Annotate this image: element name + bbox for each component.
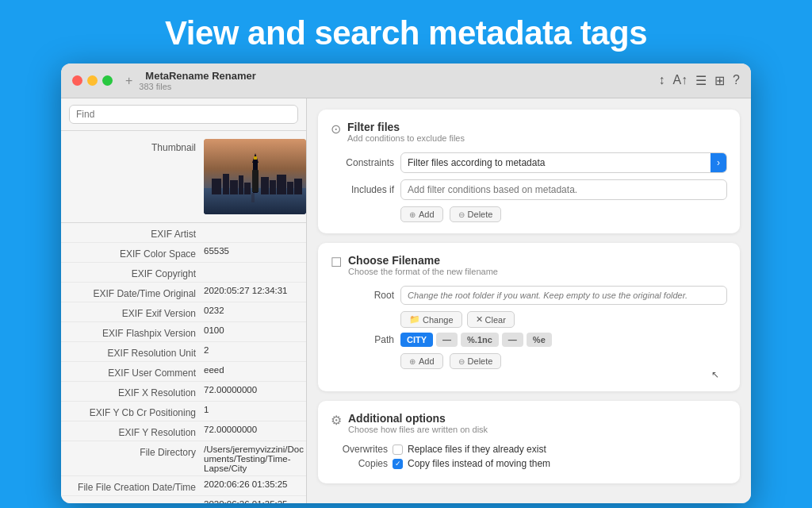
search-bar <box>61 98 306 131</box>
root-input[interactable] <box>400 286 727 305</box>
path-tag-dash2[interactable]: — <box>502 333 523 347</box>
constraints-value: Filter files according to metadata <box>401 153 710 172</box>
copies-checkbox[interactable]: ✓ <box>393 459 403 469</box>
sort-icon[interactable]: ↕ <box>658 73 665 88</box>
meta-label-yres: EXIF Y Resolution <box>61 424 204 438</box>
meta-table: EXIF Artist EXIF Color Space 65535 EXIF … <box>61 223 306 503</box>
path-add-button[interactable]: ⊕ Add <box>400 353 443 369</box>
close-button[interactable] <box>72 75 82 86</box>
additional-options-card: ⚙ Additional options Choose how files ar… <box>318 401 740 483</box>
path-tag-e[interactable]: %e <box>527 333 552 347</box>
meta-row-resunit: EXIF Resolution Unit 2 <box>61 342 306 362</box>
overwrites-checkbox[interactable] <box>393 444 403 455</box>
main-area: Thumbnail <box>61 98 751 503</box>
thumbnail-label: Thumbnail <box>61 139 204 153</box>
meta-label-exifver: EXIF Exif Version <box>61 305 204 319</box>
meta-value-copyright <box>204 265 306 266</box>
meta-value-resunit: 2 <box>204 344 306 355</box>
path-tag-city[interactable]: CITY <box>400 333 433 347</box>
grid-icon[interactable]: ⊞ <box>714 73 725 88</box>
maximize-button[interactable] <box>102 75 113 86</box>
meta-value-flashpix: 0100 <box>204 325 306 335</box>
additional-card-header: ⚙ Additional options Choose how files ar… <box>331 412 727 434</box>
meta-row-yres: EXIF Y Resolution 72.00000000 <box>61 421 306 441</box>
svg-rect-2 <box>212 179 221 194</box>
meta-label-filedir: File Directory <box>61 444 204 458</box>
meta-row-xres: EXIF X Resolution 72.00000000 <box>61 382 306 402</box>
filename-card-title: Choose Filename <box>348 254 498 267</box>
path-tag-dash1[interactable]: — <box>436 333 458 347</box>
path-delete-icon: ⊖ <box>458 357 465 366</box>
includes-input[interactable] <box>400 179 727 200</box>
overwrites-row: Overwrites Replace files if they already… <box>331 444 727 455</box>
path-delete-button[interactable]: ⊖ Delete <box>450 353 502 369</box>
filter-delete-button[interactable]: ⊖ Delete <box>450 206 502 222</box>
copies-row: Copies ✓ Copy files instead of moving th… <box>331 458 727 469</box>
app-title-group: MetaRename Renamer 383 files <box>139 70 255 91</box>
meta-row-artist: EXIF Artist <box>61 223 306 243</box>
meta-row-filedir: File Directory /Users/jeremyvizzini/Docu… <box>61 441 306 476</box>
search-input[interactable] <box>69 105 298 124</box>
thumbnail-row: Thumbnail <box>61 139 306 214</box>
meta-value-yres: 72.00000000 <box>204 424 306 434</box>
clear-label: Clear <box>485 315 506 325</box>
filter-add-button[interactable]: ⊕ Add <box>400 206 443 222</box>
meta-value-artist <box>204 225 306 226</box>
root-label: Root <box>331 290 394 301</box>
filter-btn-row: ⊕ Add ⊖ Delete <box>400 206 727 222</box>
delete-icon: ⊖ <box>458 210 465 219</box>
meta-value-datetime: 2020:05:27 12:34:31 <box>204 285 306 295</box>
meta-value-filedir: /Users/jeremyvizzini/Documents/Testing/T… <box>204 444 306 473</box>
meta-row-colorspace: EXIF Color Space 65535 <box>61 243 306 263</box>
svg-rect-14 <box>294 179 302 194</box>
clear-button[interactable]: ✕ Clear <box>467 311 515 328</box>
app-title: MetaRename Renamer <box>145 70 255 82</box>
meta-value-created: 2020:06:26 01:35:25 <box>204 479 306 489</box>
traffic-lights <box>72 75 113 86</box>
filename-icon: ☐ <box>331 255 342 270</box>
filename-card-subtitle: Choose the format of the new filename <box>348 267 498 276</box>
help-icon[interactable]: ? <box>733 73 740 88</box>
add-tab-button[interactable]: + <box>125 74 132 88</box>
filter-icon: ⊙ <box>331 121 341 137</box>
meta-label-copyright: EXIF Copyright <box>61 265 204 279</box>
left-panel: Thumbnail <box>61 98 307 503</box>
meta-row-copyright: EXIF Copyright <box>61 263 306 283</box>
constraints-arrow-icon: › <box>710 153 726 172</box>
meta-label-datetime: EXIF Date/Time Original <box>61 285 204 299</box>
meta-label-colorspace: EXIF Color Space <box>61 245 204 260</box>
overwrites-label: Overwrites <box>331 444 388 455</box>
path-add-icon: ⊕ <box>409 357 416 366</box>
copies-option: Copy files instead of moving them <box>408 458 550 469</box>
constraints-select[interactable]: Filter files according to metadata › <box>400 152 727 173</box>
svg-rect-11 <box>270 180 276 194</box>
filter-delete-label: Delete <box>468 210 493 219</box>
overwrites-option: Replace files if they already exist <box>408 444 546 455</box>
additional-card-title: Additional options <box>348 412 488 425</box>
copies-label: Copies <box>331 458 388 469</box>
meta-row-created: File File Creation Date/Time 2020:06:26 … <box>61 476 306 496</box>
meta-row-modified: File File Modification Date/Time 2020:06… <box>61 496 306 503</box>
app-window: + MetaRename Renamer 383 files ↕ A↑ ☰ ⊞ … <box>61 64 751 503</box>
clear-icon: ✕ <box>476 314 483 325</box>
minimize-button[interactable] <box>87 75 98 86</box>
svg-rect-3 <box>223 174 229 194</box>
thumbnail-section: Thumbnail <box>61 131 306 223</box>
meta-label-artist: EXIF Artist <box>61 225 204 240</box>
path-delete-label: Delete <box>468 356 493 366</box>
meta-row-exifver: EXIF Exif Version 0232 <box>61 302 306 322</box>
includes-row: Includes if <box>331 179 727 200</box>
cursor-area: ↖ <box>331 369 727 380</box>
path-tag-1nc[interactable]: %.1nc <box>461 333 499 347</box>
meta-row-flashpix: EXIF Flashpix Version 0100 <box>61 322 306 342</box>
az-icon[interactable]: A↑ <box>672 73 688 88</box>
change-button[interactable]: 📁 Change <box>400 311 462 328</box>
thumbnail-image <box>204 139 306 214</box>
svg-rect-12 <box>277 175 286 194</box>
list-icon[interactable]: ☰ <box>695 73 707 88</box>
path-btn-row: ⊕ Add ⊖ Delete <box>400 353 727 369</box>
page-headline: View and search metadata tags <box>0 0 812 64</box>
filter-card-title: Filter files <box>347 121 465 133</box>
meta-row-ycbcr: EXIF Y Cb Cr Positioning 1 <box>61 402 306 421</box>
constraints-row: Constraints Filter files according to me… <box>331 152 727 173</box>
